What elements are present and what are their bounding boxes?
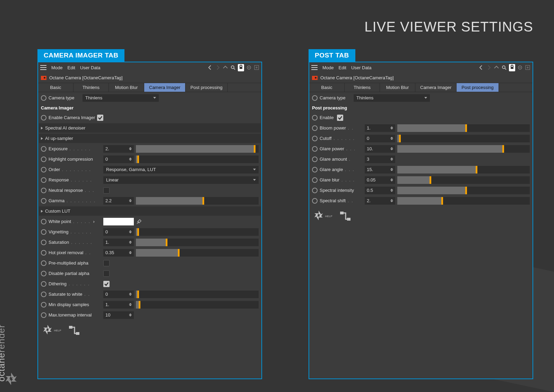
- saturate-white-slider[interactable]: [136, 291, 259, 298]
- new-window-icon[interactable]: [525, 65, 530, 70]
- tab-motionblur[interactable]: Motion Blur: [380, 83, 415, 92]
- glare-power-field[interactable]: 10.: [365, 145, 395, 153]
- radio-icon[interactable]: [41, 229, 46, 235]
- radio-icon[interactable]: [41, 167, 46, 172]
- tab-basic[interactable]: Basic: [38, 83, 73, 92]
- vignetting-slider[interactable]: [136, 228, 259, 236]
- nav-back-icon[interactable]: [478, 65, 484, 70]
- bloom-slider[interactable]: [397, 124, 530, 132]
- saturation-slider[interactable]: [136, 239, 259, 246]
- group-ai-upsampler[interactable]: AI up-sampler: [39, 134, 261, 143]
- tab-cameraimager[interactable]: Camera Imager: [144, 83, 185, 92]
- menu-edit[interactable]: Edit: [339, 65, 346, 70]
- radio-icon[interactable]: [312, 188, 318, 193]
- radio-icon[interactable]: [41, 312, 46, 318]
- radio-icon[interactable]: [312, 177, 318, 183]
- camera-type-select[interactable]: Thinlens: [354, 94, 430, 102]
- radio-icon[interactable]: [41, 115, 46, 121]
- spectral-intensity-field[interactable]: 0.5: [365, 187, 395, 194]
- neutral-response-checkbox[interactable]: [103, 187, 110, 194]
- glare-amount-field[interactable]: 3: [365, 155, 395, 163]
- dithering-checkbox[interactable]: [103, 281, 110, 287]
- radio-icon[interactable]: [41, 157, 46, 162]
- min-display-field[interactable]: 1.: [103, 301, 134, 309]
- radio-icon[interactable]: [41, 177, 46, 183]
- tab-postprocessing[interactable]: Post processing: [457, 83, 499, 92]
- radio-icon[interactable]: [41, 292, 46, 297]
- radio-icon[interactable]: [312, 146, 318, 152]
- menu-mode[interactable]: Mode: [322, 65, 334, 70]
- saturation-field[interactable]: 1.: [103, 239, 134, 246]
- tab-cameraimager[interactable]: Camera Imager: [415, 83, 457, 92]
- menu-mode[interactable]: Mode: [51, 65, 63, 70]
- tab-thinlens[interactable]: Thinlens: [345, 83, 380, 92]
- radio-icon[interactable]: [41, 271, 46, 276]
- gamma-slider[interactable]: [136, 197, 259, 205]
- aperture-help-icon[interactable]: [41, 323, 54, 336]
- search-icon[interactable]: [501, 65, 507, 70]
- target-icon[interactable]: [517, 65, 523, 70]
- whitepoint-swatch[interactable]: [103, 218, 134, 225]
- saturate-white-field[interactable]: 0: [103, 291, 134, 298]
- nav-back-icon[interactable]: [207, 65, 213, 70]
- radio-icon[interactable]: [312, 115, 318, 121]
- lock-icon[interactable]: [238, 64, 244, 71]
- aperture-help-icon[interactable]: [312, 209, 325, 222]
- nav-up-icon[interactable]: [223, 65, 228, 70]
- gamma-field[interactable]: 2.2: [103, 197, 134, 205]
- highlight-slider[interactable]: [136, 155, 259, 163]
- menu-edit[interactable]: Edit: [68, 65, 75, 70]
- eyedropper-icon[interactable]: [136, 219, 142, 225]
- radio-icon[interactable]: [41, 188, 46, 193]
- radio-icon[interactable]: [312, 167, 318, 172]
- spectral-shift-field[interactable]: 2.: [365, 197, 395, 205]
- radio-icon[interactable]: [41, 302, 46, 308]
- spectral-intensity-slider[interactable]: [397, 187, 530, 194]
- hotpixel-slider[interactable]: [136, 249, 259, 257]
- nav-fwd-icon[interactable]: [215, 65, 220, 70]
- radio-icon[interactable]: [312, 198, 318, 204]
- order-select[interactable]: Response, Gamma, LUT: [103, 166, 259, 173]
- radio-icon[interactable]: [41, 260, 46, 266]
- glare-power-slider[interactable]: [397, 145, 530, 153]
- lock-icon[interactable]: [509, 64, 515, 71]
- bloom-field[interactable]: 1.: [365, 124, 395, 132]
- tab-postprocessing[interactable]: Post processing: [185, 83, 228, 92]
- radio-icon[interactable]: [41, 219, 46, 224]
- enable-post-checkbox[interactable]: [337, 115, 343, 121]
- tab-motionblur[interactable]: Motion Blur: [109, 83, 144, 92]
- radio-icon[interactable]: [41, 250, 46, 256]
- radio-icon[interactable]: [41, 95, 46, 101]
- group-custom-lut[interactable]: Custom LUT: [39, 206, 261, 216]
- cutoff-field[interactable]: 0: [365, 135, 395, 142]
- radio-icon[interactable]: [312, 136, 318, 141]
- hamburger-icon[interactable]: [311, 65, 318, 70]
- radio-icon[interactable]: [312, 95, 318, 101]
- radio-icon[interactable]: [41, 240, 46, 245]
- radio-icon[interactable]: [312, 125, 318, 131]
- search-icon[interactable]: [230, 65, 236, 70]
- nav-up-icon[interactable]: [494, 65, 499, 70]
- exposure-slider[interactable]: [136, 145, 259, 153]
- menu-userdata[interactable]: User Data: [351, 65, 372, 70]
- radio-icon[interactable]: [41, 146, 46, 152]
- radio-icon[interactable]: [312, 157, 318, 162]
- hotpixel-field[interactable]: 0.35: [103, 249, 134, 257]
- node-editor-icon[interactable]: [339, 210, 352, 223]
- disable-partial-alpha-checkbox[interactable]: [103, 270, 110, 277]
- glare-angle-slider[interactable]: [397, 166, 530, 173]
- radio-icon[interactable]: [41, 281, 46, 287]
- hamburger-icon[interactable]: [40, 65, 46, 70]
- glare-blur-slider[interactable]: [397, 176, 530, 184]
- cutoff-slider[interactable]: [397, 135, 530, 142]
- target-icon[interactable]: [246, 65, 252, 70]
- exposure-field[interactable]: 2.: [103, 145, 134, 153]
- menu-userdata[interactable]: User Data: [80, 65, 101, 70]
- nav-fwd-icon[interactable]: [486, 65, 492, 70]
- vignetting-field[interactable]: 0: [103, 228, 134, 236]
- enable-camera-imager-checkbox[interactable]: [97, 115, 103, 121]
- max-tonemap-field[interactable]: 10: [103, 311, 134, 319]
- spectral-shift-slider[interactable]: [397, 197, 530, 205]
- premult-alpha-checkbox[interactable]: [103, 260, 110, 266]
- min-display-slider[interactable]: [136, 301, 259, 309]
